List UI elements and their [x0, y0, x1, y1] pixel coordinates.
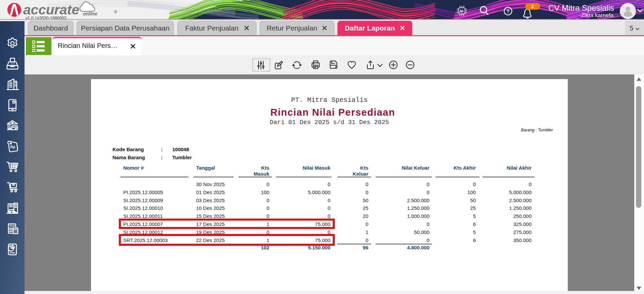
- svg-text:2: 2: [531, 3, 534, 9]
- svg-text:online: online: [83, 11, 97, 16]
- svg-text:accurate: accurate: [23, 2, 79, 17]
- svg-text:?: ?: [507, 8, 510, 14]
- svg-text:TAX: TAX: [9, 224, 15, 227]
- svg-text:Rp: Rp: [10, 145, 15, 149]
- svg-text:AI: AI: [460, 9, 463, 13]
- svg-text:Zikra karnefa: Zikra karnefa: [581, 12, 614, 18]
- svg-text:CV Mitra Spesialis: CV Mitra Spesialis: [548, 3, 614, 12]
